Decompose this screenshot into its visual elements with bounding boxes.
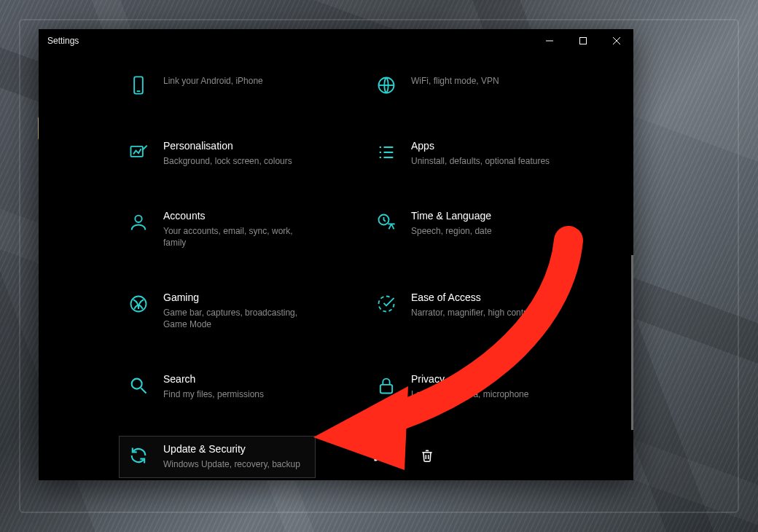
tile-desc: Link your Android, iPhone	[163, 75, 308, 87]
tile-phone[interactable]: Link your Android, iPhone	[119, 66, 316, 105]
tile-desc: Narrator, magnifier, high contrast	[411, 307, 555, 318]
svg-rect-20	[380, 385, 392, 394]
lock-icon	[375, 374, 398, 397]
phone-icon	[127, 74, 150, 97]
tile-desc: Speech, region, date	[411, 225, 555, 237]
scrollbar[interactable]	[631, 255, 633, 430]
globe-icon	[375, 74, 398, 97]
tile-desc: Your accounts, email, sync, work, family	[163, 225, 308, 249]
svg-rect-4	[580, 38, 587, 44]
tile-title: Accounts	[163, 209, 308, 222]
xbox-icon	[127, 292, 150, 316]
apps-list-icon	[375, 141, 398, 164]
delete-button[interactable]	[413, 441, 442, 470]
window-title: Settings	[47, 36, 79, 46]
tile-title: Ease of Access	[411, 291, 555, 304]
settings-content: Link your Android, iPhone WiFi, flight m…	[39, 52, 633, 480]
paint-icon	[127, 141, 150, 164]
svg-point-18	[132, 379, 142, 389]
tile-title: Personalisation	[163, 139, 308, 152]
tile-update-security[interactable]: Update & Security Windows Update, recove…	[119, 436, 316, 478]
tile-title: Privacy	[411, 372, 555, 386]
tile-title: Update & Security	[163, 442, 308, 455]
settings-window: Settings	[39, 29, 633, 480]
tile-personalisation[interactable]: Personalisation Background, lock screen,…	[119, 133, 316, 175]
tile-desc: Windows Update, recovery, backup	[163, 458, 308, 470]
tile-desc: Location, camera, microphone	[411, 388, 555, 400]
svg-point-17	[131, 297, 146, 312]
ease-of-access-icon	[375, 292, 398, 316]
tile-desc: Game bar, captures, broadcasting, Game M…	[163, 307, 308, 330]
person-icon	[127, 211, 150, 234]
tile-apps[interactable]: Apps Uninstall, defaults, optional featu…	[367, 133, 563, 175]
tile-search[interactable]: Search Find my files, permissions	[119, 366, 316, 408]
tile-desc: Find my files, permissions	[163, 388, 308, 400]
desktop-wallpaper: Rem Reco DCI Settings	[0, 0, 758, 532]
tile-accounts[interactable]: Accounts Your accounts, email, sync, wor…	[119, 203, 316, 257]
close-button[interactable]	[600, 29, 633, 52]
tile-ease-of-access[interactable]: Ease of Access Narrator, magnifier, high…	[367, 284, 563, 338]
tile-title: Gaming	[163, 291, 308, 304]
edit-button[interactable]	[365, 441, 394, 470]
tile-desc: Uninstall, defaults, optional features	[411, 155, 555, 167]
minimize-button[interactable]	[533, 29, 566, 52]
time-language-icon	[375, 211, 398, 234]
tile-desc: Background, lock screen, colours	[163, 155, 308, 167]
tile-desc: WiFi, flight mode, VPN	[411, 75, 555, 87]
tile-time-language[interactable]: Time & Language Speech, region, date	[367, 203, 563, 257]
tile-network[interactable]: WiFi, flight mode, VPN	[367, 66, 563, 105]
search-icon	[127, 374, 150, 397]
titlebar[interactable]: Settings	[39, 29, 633, 52]
maximize-button[interactable]	[566, 29, 600, 52]
tile-gaming[interactable]: Gaming Game bar, captures, broadcasting,…	[119, 284, 316, 338]
svg-point-15	[135, 216, 141, 222]
annotation-toolbar	[356, 440, 450, 471]
tile-title: Apps	[411, 139, 555, 152]
sync-icon	[127, 444, 150, 467]
tile-privacy[interactable]: Privacy Location, camera, microphone	[367, 366, 563, 408]
svg-line-19	[141, 388, 146, 394]
tile-title: Search	[163, 372, 308, 386]
tile-title: Time & Language	[411, 209, 555, 222]
